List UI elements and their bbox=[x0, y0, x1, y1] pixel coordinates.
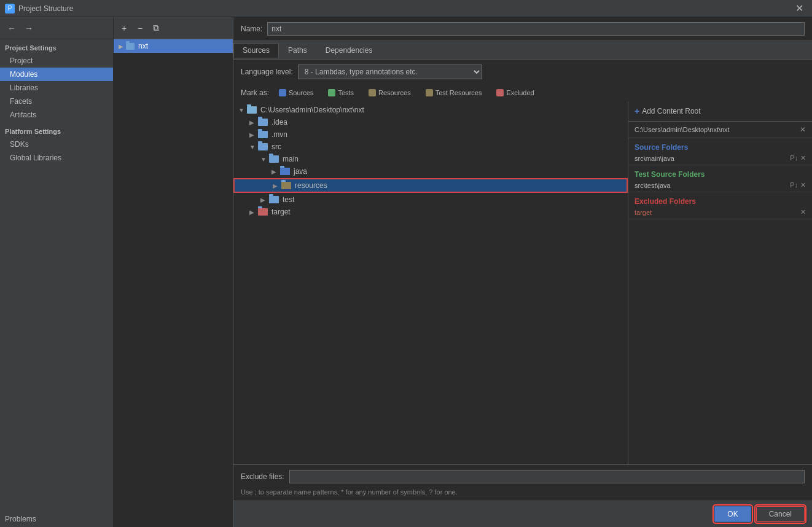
main-label: main bbox=[283, 155, 299, 163]
platform-settings-section: Platform Settings bbox=[0, 122, 113, 138]
java-label: java bbox=[294, 167, 307, 176]
src-arrow bbox=[249, 144, 258, 150]
main-folder-icon bbox=[269, 155, 279, 163]
sidebar-item-modules[interactable]: Modules bbox=[0, 68, 113, 81]
sidebar-item-libraries[interactable]: Libraries bbox=[0, 81, 113, 95]
test-source-folder-remove[interactable]: ✕ bbox=[800, 181, 806, 189]
mark-resources-label: Resources bbox=[378, 89, 411, 96]
test-source-folder-properties[interactable]: P↓ bbox=[790, 181, 798, 189]
mark-excluded-button[interactable]: Excluded bbox=[491, 88, 539, 98]
sidebar-item-project[interactable]: Project bbox=[0, 54, 113, 68]
ok-button[interactable]: OK bbox=[714, 506, 751, 522]
module-toolbar: + − ⧉ bbox=[114, 17, 233, 39]
test-label: test bbox=[283, 195, 294, 204]
resources-label: resources bbox=[295, 181, 327, 190]
content-root-path: C:\Users\admin\Desktop\nxt\nxt ✕ bbox=[628, 122, 812, 138]
exclude-row: Exclude files: bbox=[233, 464, 812, 488]
test-folder-icon bbox=[269, 196, 279, 203]
source-folder-remove[interactable]: ✕ bbox=[800, 154, 806, 162]
excluded-folder-actions: ✕ bbox=[800, 208, 806, 216]
add-content-root-header: + Add Content Root bbox=[628, 101, 812, 122]
mark-as-row: Mark as: Sources Tests Resources Test Re… bbox=[233, 84, 812, 101]
source-folder-actions: P↓ ✕ bbox=[790, 154, 806, 162]
name-row: Name: bbox=[233, 17, 812, 41]
idea-arrow bbox=[249, 119, 258, 126]
sidebar-item-sdks[interactable]: SDKs bbox=[0, 138, 113, 151]
excluded-folder-remove[interactable]: ✕ bbox=[800, 208, 806, 216]
split-area: C:\Users\admin\Desktop\nxt\nxt .idea .mv… bbox=[233, 101, 812, 464]
tab-dependencies[interactable]: Dependencies bbox=[316, 43, 382, 58]
project-settings-section: Project Settings bbox=[0, 39, 113, 54]
tree-root[interactable]: C:\Users\admin\Desktop\nxt\nxt bbox=[233, 104, 628, 116]
tree-item-main[interactable]: main bbox=[233, 153, 628, 165]
tree-item-resources[interactable]: resources bbox=[233, 178, 628, 193]
root-folder-icon bbox=[247, 106, 257, 114]
tree-area: C:\Users\admin\Desktop\nxt\nxt .idea .mv… bbox=[233, 101, 628, 464]
language-level-select[interactable]: 8 - Lambdas, type annotations etc. bbox=[298, 64, 482, 79]
close-button[interactable]: ✕ bbox=[792, 1, 807, 15]
sources-color-indicator bbox=[279, 89, 286, 96]
module-folder-icon bbox=[126, 43, 135, 50]
add-module-button[interactable]: + bbox=[117, 21, 131, 35]
tree-item-target[interactable]: target bbox=[233, 206, 628, 218]
right-panel: + Add Content Root C:\Users\admin\Deskto… bbox=[628, 101, 812, 464]
mark-resources-button[interactable]: Resources bbox=[364, 88, 416, 98]
mark-test-resources-label: Test Resources bbox=[435, 89, 482, 96]
tree-item-test[interactable]: test bbox=[233, 193, 628, 206]
mark-excluded-label: Excluded bbox=[506, 89, 534, 96]
test-resources-color-indicator bbox=[426, 89, 433, 96]
content-area: Name: Sources Paths Dependencies Languag… bbox=[233, 17, 812, 527]
titlebar-title: Project Structure bbox=[18, 4, 73, 13]
tree-item-idea[interactable]: .idea bbox=[233, 116, 628, 128]
test-source-folder-item: src\test\java P↓ ✕ bbox=[628, 180, 812, 192]
src-folder-icon bbox=[258, 143, 268, 150]
mark-sources-button[interactable]: Sources bbox=[274, 88, 318, 98]
mark-tests-label: Tests bbox=[338, 89, 354, 96]
test-source-folder-path: src\test\java bbox=[634, 182, 671, 189]
remove-module-button[interactable]: − bbox=[133, 21, 147, 35]
name-label: Name: bbox=[241, 25, 262, 33]
name-input[interactable] bbox=[267, 22, 805, 36]
forward-button[interactable]: → bbox=[22, 21, 36, 35]
sidebar-item-artifacts[interactable]: Artifacts bbox=[0, 108, 113, 122]
sidebar-item-facets[interactable]: Facets bbox=[0, 95, 113, 108]
mark-test-resources-button[interactable]: Test Resources bbox=[421, 88, 487, 98]
mvn-arrow bbox=[249, 131, 258, 138]
target-arrow bbox=[249, 209, 258, 216]
mark-sources-label: Sources bbox=[289, 89, 313, 96]
module-list: + − ⧉ ▶ nxt bbox=[114, 17, 233, 527]
add-icon: + bbox=[634, 106, 639, 116]
src-label: src bbox=[271, 142, 281, 151]
test-source-folder-actions: P↓ ✕ bbox=[790, 181, 806, 189]
tab-sources[interactable]: Sources bbox=[233, 43, 279, 58]
exclude-input[interactable] bbox=[289, 470, 805, 483]
content-root-close[interactable]: ✕ bbox=[800, 125, 806, 134]
root-path: C:\Users\admin\Desktop\nxt\nxt bbox=[260, 106, 364, 114]
mvn-label: .mvn bbox=[271, 130, 287, 139]
back-button[interactable]: ← bbox=[5, 21, 18, 35]
target-folder-icon bbox=[258, 208, 268, 216]
cancel-button[interactable]: Cancel bbox=[756, 506, 805, 522]
excluded-folders-title: Excluded Folders bbox=[628, 192, 812, 207]
copy-module-button[interactable]: ⧉ bbox=[149, 21, 163, 35]
add-content-root-label[interactable]: Add Content Root bbox=[642, 107, 700, 115]
tab-paths[interactable]: Paths bbox=[279, 43, 316, 58]
module-item-nxt[interactable]: ▶ nxt bbox=[114, 39, 233, 53]
resources-color-indicator bbox=[369, 89, 376, 96]
idea-folder-icon bbox=[258, 119, 268, 126]
java-arrow bbox=[271, 168, 280, 175]
excluded-folder-item: target ✕ bbox=[628, 207, 812, 219]
tree-item-src[interactable]: src bbox=[233, 141, 628, 153]
mark-tests-button[interactable]: Tests bbox=[323, 88, 359, 98]
resources-arrow bbox=[273, 182, 281, 189]
resources-folder-icon bbox=[281, 182, 291, 189]
exclude-section: Exclude files: Use ; to separate name pa… bbox=[233, 464, 812, 501]
source-folder-item: src\main\java P↓ ✕ bbox=[628, 153, 812, 165]
module-name: nxt bbox=[138, 42, 148, 50]
sidebar-item-problems[interactable]: Problems bbox=[0, 511, 113, 527]
tree-item-java[interactable]: java bbox=[233, 165, 628, 178]
tree-item-mvn[interactable]: .mvn bbox=[233, 128, 628, 141]
main-container: ← → Project Settings Project Modules Lib… bbox=[0, 17, 812, 527]
source-folder-properties[interactable]: P↓ bbox=[790, 154, 798, 162]
sidebar-item-global-libraries[interactable]: Global Libraries bbox=[0, 151, 113, 165]
